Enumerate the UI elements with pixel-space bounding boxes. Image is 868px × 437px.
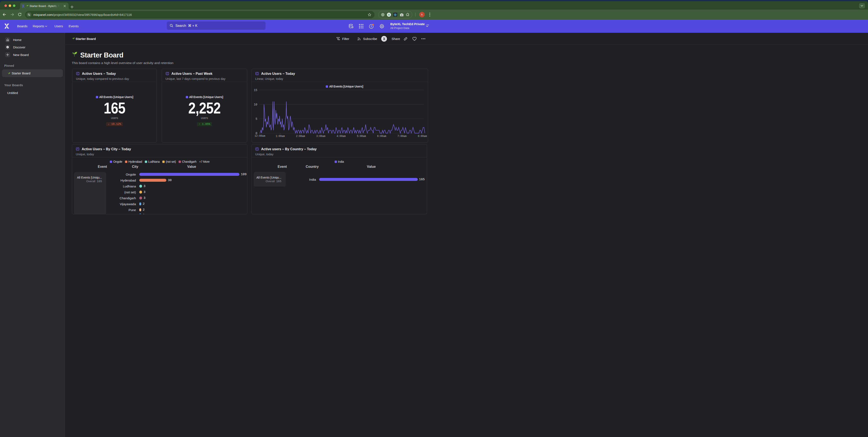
svg-text:7:00am: 7:00am (398, 135, 407, 138)
svg-text:1:00am: 1:00am (276, 135, 285, 138)
svg-text:5:00am: 5:00am (357, 135, 366, 138)
svg-text:12:00am: 12:00am (255, 135, 265, 138)
svg-text:4:00am: 4:00am (337, 135, 346, 138)
svg-text:3:00am: 3:00am (316, 135, 325, 138)
svg-text:5: 5 (256, 117, 257, 121)
svg-text:10: 10 (254, 103, 257, 106)
svg-text:2:00am: 2:00am (296, 135, 305, 138)
svg-text:8:00am: 8:00am (418, 135, 427, 138)
svg-text:6:00am: 6:00am (377, 135, 386, 138)
svg-text:15: 15 (254, 89, 257, 92)
svg-text:?: ? (371, 25, 372, 28)
